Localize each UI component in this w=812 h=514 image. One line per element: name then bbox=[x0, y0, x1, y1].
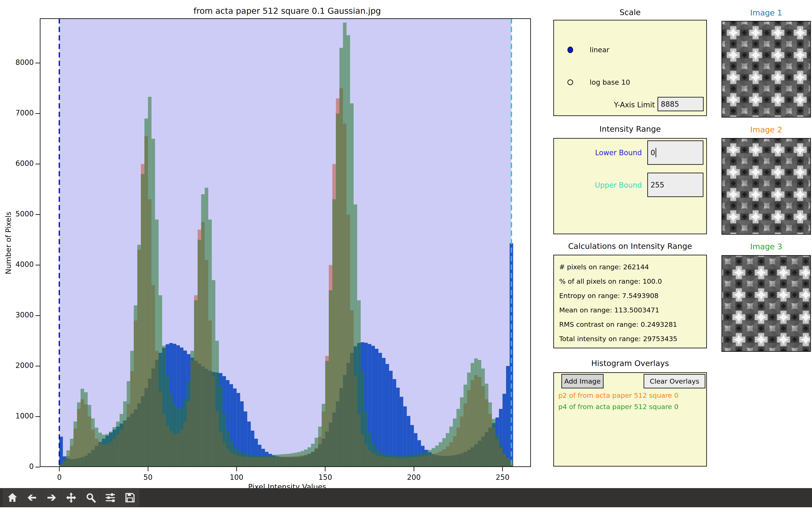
histogram-bar bbox=[382, 454, 385, 467]
thumbnail-label-3: Image 3 bbox=[722, 242, 811, 251]
histogram-bar bbox=[254, 455, 258, 467]
y-tick-label: 0 bbox=[1, 462, 34, 471]
radio-selected-icon[interactable] bbox=[568, 47, 573, 53]
histogram-bar bbox=[304, 450, 308, 467]
histogram-bar bbox=[183, 399, 187, 467]
histogram-bar bbox=[144, 118, 148, 467]
histogram-bar bbox=[102, 435, 105, 467]
histogram-bar bbox=[385, 455, 389, 467]
y-tick-mark bbox=[35, 315, 40, 316]
histogram-bar bbox=[318, 427, 322, 467]
clear-overlays-button[interactable]: Clear Overlays bbox=[644, 374, 705, 388]
x-tick-label: 250 bbox=[485, 473, 520, 482]
histogram-bar bbox=[290, 453, 293, 467]
histogram-bar bbox=[158, 295, 162, 467]
histogram-bar bbox=[134, 305, 137, 467]
overlay-item[interactable]: p4 of from acta paper 512 square 0 bbox=[558, 403, 704, 411]
histogram-bar bbox=[297, 452, 300, 467]
back-button[interactable] bbox=[23, 489, 41, 506]
histogram-bar bbox=[364, 411, 368, 467]
pan-button[interactable] bbox=[62, 489, 81, 506]
histogram-bar bbox=[347, 35, 350, 467]
histogram-bar bbox=[432, 448, 435, 467]
histogram-bar bbox=[208, 219, 212, 467]
histogram-bar bbox=[187, 381, 191, 467]
histogram-bar bbox=[151, 139, 155, 467]
thumbnail-image-1 bbox=[722, 21, 811, 117]
histogram-bar bbox=[66, 451, 70, 467]
histogram-bar bbox=[474, 358, 477, 467]
histogram-bar bbox=[268, 455, 272, 467]
overlay-item[interactable]: p2 of from acta paper 512 square 0 bbox=[558, 391, 704, 399]
upper-bound-input[interactable]: 255 bbox=[647, 173, 703, 197]
save-button[interactable] bbox=[120, 489, 139, 506]
zoom-icon bbox=[85, 492, 96, 504]
y-tick-label: 6000 bbox=[1, 159, 34, 168]
zoom-button[interactable] bbox=[81, 489, 100, 506]
histogram-bar bbox=[123, 401, 127, 467]
scale-option-linear[interactable]: linear bbox=[568, 46, 609, 54]
histogram-bar bbox=[439, 442, 442, 467]
histogram-bar bbox=[191, 351, 194, 467]
histogram-plot-canvas[interactable] bbox=[40, 18, 531, 467]
histogram-bar bbox=[95, 428, 98, 467]
histogram-bar bbox=[315, 438, 318, 467]
scale-option-log-base-10[interactable]: log base 10 bbox=[568, 78, 630, 86]
calculations-panel-title: Calculations on Intensity Range bbox=[553, 242, 707, 250]
histogram-bar bbox=[449, 427, 453, 467]
y-tick-label: 7000 bbox=[1, 109, 34, 117]
calculation-line: % of all pixels on range: 100.0 bbox=[559, 277, 703, 285]
histogram-bar bbox=[176, 409, 180, 467]
configure-subplots-icon bbox=[105, 492, 116, 504]
histogram-bar bbox=[106, 434, 109, 467]
histogram-bar bbox=[353, 205, 357, 467]
text-cursor bbox=[656, 148, 656, 157]
histogram-bar bbox=[286, 454, 290, 467]
histogram-bar bbox=[425, 452, 428, 467]
histogram-bar bbox=[322, 404, 325, 467]
histogram-bar bbox=[492, 419, 495, 467]
configure-subplots-button[interactable] bbox=[101, 489, 120, 506]
histogram-bar bbox=[215, 341, 219, 467]
forward-button[interactable] bbox=[42, 489, 61, 506]
histogram-bar bbox=[343, 23, 346, 467]
histogram-bar bbox=[488, 402, 492, 467]
histogram-bar bbox=[499, 446, 502, 467]
histogram-bar bbox=[272, 455, 276, 467]
y-tick-mark bbox=[35, 214, 40, 215]
y-tick-label: 3000 bbox=[1, 311, 34, 319]
histogram-bar bbox=[148, 97, 151, 467]
histogram-bar bbox=[173, 404, 176, 467]
save-icon bbox=[124, 492, 136, 504]
histogram-bar bbox=[98, 433, 102, 467]
back-icon bbox=[26, 492, 38, 504]
plot-title: from acta paper 512 square 0.1 Gaussian.… bbox=[91, 6, 483, 16]
x-tick-label: 100 bbox=[219, 473, 254, 482]
histogram-bar bbox=[382, 358, 385, 467]
histogram-bar bbox=[467, 373, 471, 467]
histogram-bar bbox=[109, 432, 113, 467]
radio-option-label: log base 10 bbox=[590, 78, 630, 86]
histogram-bar bbox=[194, 300, 198, 467]
histogram-bar bbox=[403, 455, 407, 467]
forward-icon bbox=[46, 492, 57, 504]
lower-bound-input[interactable]: 0 bbox=[647, 140, 703, 165]
yaxis-limit-label: Y-Axis Limit bbox=[587, 101, 655, 109]
calculation-line: Mean on range: 113.5003471 bbox=[559, 306, 703, 314]
histogram-bar bbox=[332, 199, 336, 467]
calculation-line: RMS contrast on range: 0.2493281 bbox=[559, 321, 703, 328]
histogram-bar bbox=[311, 444, 315, 467]
y-tick-mark bbox=[35, 63, 40, 63]
histogram-bar bbox=[233, 447, 236, 467]
x-tick-label: 150 bbox=[308, 473, 343, 482]
histogram-bar bbox=[84, 392, 88, 467]
histogram-bar bbox=[357, 300, 361, 467]
add-image-button[interactable]: Add Image bbox=[561, 374, 604, 388]
histogram-bar bbox=[396, 455, 400, 467]
histogram-bar bbox=[506, 366, 510, 467]
x-tick-mark bbox=[59, 467, 60, 471]
yaxis-limit-input[interactable]: 8885 bbox=[658, 97, 704, 111]
radio-unselected-icon[interactable] bbox=[568, 79, 573, 85]
upper-bound-label: Upper Bound bbox=[566, 181, 642, 189]
home-button[interactable] bbox=[3, 489, 22, 506]
